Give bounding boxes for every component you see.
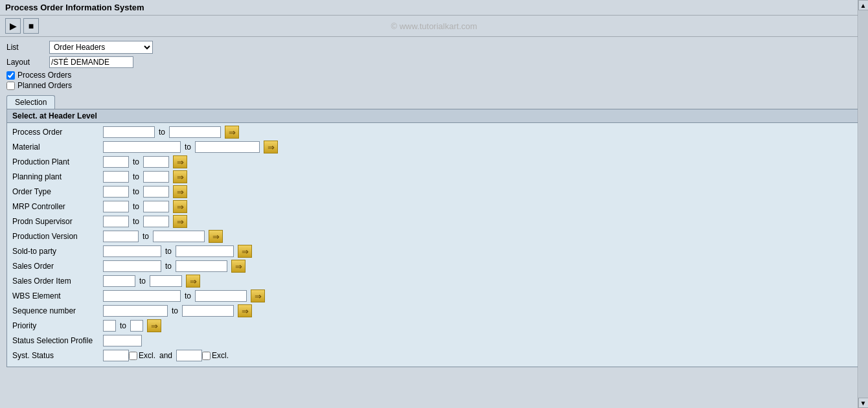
to-prodn-supervisor[interactable] [143, 216, 169, 227]
tab-bar: Selection [6, 95, 862, 109]
tab-selection[interactable]: Selection [6, 95, 55, 109]
label-planning-plant: Planning plant [12, 172, 103, 181]
arrow-planning-plant[interactable]: ⇒ [173, 170, 187, 183]
label-production-plant: Production Plant [12, 157, 103, 166]
process-orders-row: Process Orders [6, 71, 862, 80]
arrow-mrp-controller[interactable]: ⇒ [173, 200, 187, 213]
row-prodn-supervisor: Prodn Supervisor to ⇒ [12, 215, 856, 228]
label-sequence-number: Sequence number [12, 306, 103, 315]
arrow-order-type[interactable]: ⇒ [173, 185, 187, 198]
watermark: © www.tutorialkart.com [391, 21, 477, 31]
label-status-selection-profile: Status Selection Profile [12, 336, 103, 345]
title-bar: Process Order Information System [0, 0, 868, 16]
from-production-plant[interactable] [103, 156, 129, 168]
to-production-plant[interactable] [143, 156, 169, 168]
selection-form: Process Order to ⇒ Material to ⇒ Product [7, 123, 861, 367]
arrow-sold-to-party[interactable]: ⇒ [238, 245, 252, 258]
label-sold-to-party: Sold-to party [12, 247, 103, 256]
excl-label-2: Excl. [212, 351, 229, 360]
from-order-type[interactable] [103, 186, 129, 198]
planned-orders-label: Planned Orders [17, 81, 72, 90]
arrow-priority[interactable]: ⇒ [147, 319, 161, 332]
from-sales-order-item[interactable] [103, 275, 135, 287]
from-material[interactable] [103, 141, 181, 153]
nav-forward-icon[interactable]: ■ [23, 18, 39, 34]
layout-label: Layout [6, 58, 45, 67]
excl-group-1: Excl. [129, 351, 155, 360]
from-process-order[interactable] [103, 126, 155, 138]
status-selection-profile-input[interactable] [103, 335, 142, 346]
excl-checkbox-2[interactable] [202, 352, 211, 360]
to-planning-plant[interactable] [143, 171, 169, 183]
arrow-sales-order-item[interactable]: ⇒ [186, 275, 200, 288]
from-sequence-number[interactable] [103, 305, 168, 317]
label-sales-order: Sales Order [12, 262, 103, 271]
row-status-selection-profile: Status Selection Profile [12, 334, 856, 347]
label-mrp-controller: MRP Controller [12, 202, 103, 211]
label-prodn-supervisor: Prodn Supervisor [12, 217, 103, 226]
row-syst-status: Syst. Status Excl. and Excl. [12, 349, 856, 362]
arrow-production-plant[interactable]: ⇒ [173, 155, 187, 168]
and-label: and [159, 351, 172, 360]
scroll-up-button[interactable]: ▲ [858, 0, 869, 10]
row-sold-to-party: Sold-to party to ⇒ [12, 245, 856, 258]
arrow-production-version[interactable]: ⇒ [209, 230, 223, 243]
label-process-order: Process Order [12, 128, 103, 137]
row-sales-order: Sales Order to ⇒ [12, 260, 856, 273]
to-sequence-number[interactable] [182, 305, 234, 317]
scroll-down-button[interactable]: ▼ [858, 398, 869, 408]
layout-row: Layout /STÉ DEMANDE [6, 56, 862, 68]
arrow-process-order[interactable]: ⇒ [225, 126, 239, 139]
arrow-prodn-supervisor[interactable]: ⇒ [173, 215, 187, 228]
label-wbs-element: WBS Element [12, 291, 103, 300]
excl-checkbox-1[interactable] [129, 352, 137, 360]
layout-input[interactable]: /STÉ DEMANDE [49, 56, 133, 68]
to-sales-order[interactable] [176, 260, 227, 272]
label-sales-order-item: Sales Order Item [12, 277, 103, 286]
row-production-version: Production Version to ⇒ [12, 230, 856, 243]
syst-status-input-1[interactable] [103, 350, 129, 361]
from-production-version[interactable] [103, 231, 139, 242]
scroll-track [859, 10, 868, 398]
main-area: List Order Headers Order Items Operation… [0, 37, 868, 371]
arrow-sequence-number[interactable]: ⇒ [238, 304, 252, 317]
nav-back-icon[interactable]: ▶ [5, 18, 21, 34]
row-planning-plant: Planning plant to ⇒ [12, 170, 856, 183]
to-order-type[interactable] [143, 186, 169, 198]
from-sales-order[interactable] [103, 260, 161, 272]
to-mrp-controller[interactable] [143, 201, 169, 212]
process-orders-label: Process Orders [17, 71, 71, 80]
from-mrp-controller[interactable] [103, 201, 129, 212]
process-orders-checkbox[interactable] [6, 71, 15, 80]
arrow-sales-order[interactable]: ⇒ [231, 260, 246, 273]
planned-orders-row: Planned Orders [6, 81, 862, 90]
row-material: Material to ⇒ [12, 141, 856, 153]
arrow-material[interactable]: ⇒ [264, 141, 278, 153]
to-material[interactable] [195, 141, 260, 153]
from-priority[interactable] [103, 320, 116, 332]
syst-status-input-2[interactable] [176, 350, 202, 361]
section-header: Select. at Header Level [7, 109, 861, 123]
label-syst-status: Syst. Status [12, 351, 103, 360]
toolbar: ▶ ■ © www.tutorialkart.com [0, 16, 868, 37]
from-planning-plant[interactable] [103, 171, 129, 183]
from-wbs-element[interactable] [103, 290, 181, 302]
list-select[interactable]: Order Headers Order Items Operations [49, 41, 153, 54]
row-process-order: Process Order to ⇒ [12, 126, 856, 139]
to-process-order[interactable] [169, 126, 221, 138]
planned-orders-checkbox[interactable] [6, 82, 15, 90]
to-production-version[interactable] [153, 231, 205, 242]
label-production-version: Production Version [12, 232, 103, 241]
from-sold-to-party[interactable] [103, 245, 161, 257]
excl-group-2: Excl. [202, 351, 229, 360]
to-sales-order-item[interactable] [150, 275, 182, 287]
arrow-wbs-element[interactable]: ⇒ [251, 289, 265, 302]
to-sold-to-party[interactable] [176, 245, 234, 257]
scrollbar-right: ▲ ▼ [858, 0, 868, 408]
list-label: List [6, 43, 45, 52]
to-priority[interactable] [130, 320, 143, 332]
from-prodn-supervisor[interactable] [103, 216, 129, 227]
selection-panel: Select. at Header Level Process Order to… [6, 109, 862, 367]
to-wbs-element[interactable] [195, 290, 247, 302]
row-wbs-element: WBS Element to ⇒ [12, 289, 856, 302]
